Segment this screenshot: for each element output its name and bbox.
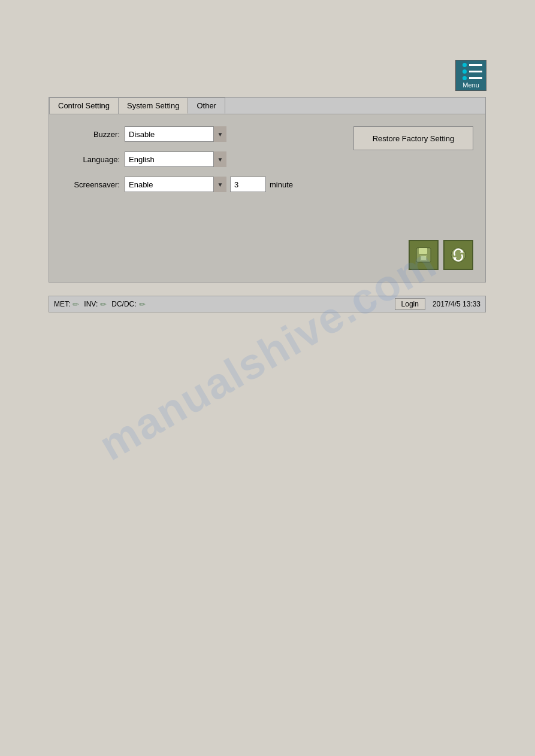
tab-other[interactable]: Other xyxy=(188,98,225,114)
svg-rect-1 xyxy=(419,248,427,254)
bottom-icons xyxy=(409,240,473,270)
screensaver-minute-input[interactable] xyxy=(230,177,266,192)
menu-dot-1 xyxy=(463,63,467,67)
status-datetime: 2017/4/5 13:33 xyxy=(433,300,480,308)
main-panel: Control Setting System Setting Other Res… xyxy=(49,97,486,283)
refresh-icon-button[interactable] xyxy=(443,240,473,270)
inv-status: INV: ✏ xyxy=(84,300,107,309)
minute-label: minute xyxy=(270,180,293,189)
menu-line-1 xyxy=(469,64,482,66)
status-bar: MET: ✏ INV: ✏ DC/DC: ✏ Login 2017/4/5 13… xyxy=(49,296,486,312)
language-select-wrapper: English Chinese xyxy=(125,151,226,167)
svg-rect-3 xyxy=(421,256,426,260)
dcdc-status: DC/DC: ✏ xyxy=(111,300,145,309)
menu-dot-3 xyxy=(463,76,467,80)
menu-dot-2 xyxy=(463,69,467,74)
screensaver-select-wrapper: Enable Disable xyxy=(125,177,226,192)
save-icon xyxy=(414,245,433,265)
buzzer-select-wrapper: Disable Enable xyxy=(125,126,226,142)
panel-body: Restore Factory Setting Buzzer: Disable … xyxy=(49,114,485,282)
screensaver-label: Screensaver: xyxy=(59,180,125,189)
dcdc-label: DC/DC: xyxy=(111,300,136,308)
met-label: MET: xyxy=(54,300,70,308)
screensaver-row: Screensaver: Enable Disable minute xyxy=(59,177,476,192)
met-pencil-icon: ✏ xyxy=(72,300,79,309)
inv-pencil-icon: ✏ xyxy=(100,300,107,309)
svg-point-4 xyxy=(451,248,466,262)
screensaver-select[interactable]: Enable Disable xyxy=(125,177,226,192)
menu-line-2 xyxy=(469,71,482,72)
restore-factory-button[interactable]: Restore Factory Setting xyxy=(353,126,473,150)
tab-control-setting[interactable]: Control Setting xyxy=(49,98,119,114)
language-select[interactable]: English Chinese xyxy=(125,151,226,167)
save-icon-button[interactable] xyxy=(409,240,439,270)
buzzer-label: Buzzer: xyxy=(59,130,125,139)
buzzer-select[interactable]: Disable Enable xyxy=(125,126,226,142)
met-status: MET: ✏ xyxy=(54,300,79,309)
menu-lines xyxy=(463,63,482,80)
refresh-icon xyxy=(449,245,468,265)
outer-wrapper: Menu Control Setting System Setting Othe… xyxy=(0,0,535,756)
dcdc-pencil-icon: ✏ xyxy=(139,300,146,309)
menu-button[interactable]: Menu xyxy=(455,60,486,91)
tabs-container: Control Setting System Setting Other xyxy=(49,98,485,114)
tab-system-setting[interactable]: System Setting xyxy=(118,98,188,114)
menu-label: Menu xyxy=(460,81,482,89)
language-row: Language: English Chinese xyxy=(59,151,476,167)
inv-label: INV: xyxy=(84,300,98,308)
language-label: Language: xyxy=(59,155,125,164)
menu-line-3 xyxy=(469,77,482,79)
login-button[interactable]: Login xyxy=(395,298,425,310)
